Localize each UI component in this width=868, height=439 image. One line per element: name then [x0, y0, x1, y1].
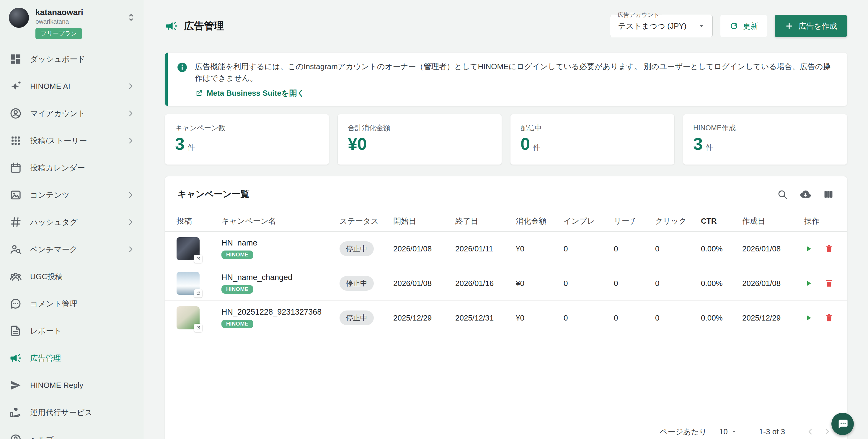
- help-icon: [9, 433, 22, 439]
- column-header: ステータス: [340, 216, 393, 226]
- create-ad-button[interactable]: 広告を作成: [775, 15, 847, 37]
- person-search-icon: [9, 243, 22, 256]
- stat-value: 0: [521, 135, 530, 153]
- info-alert-text: 広告機能を利用するには、このInstagramアカウントのオーナー（管理者）とし…: [195, 61, 835, 84]
- chevron-right-icon: [126, 191, 135, 199]
- delete-button[interactable]: [824, 279, 834, 288]
- refresh-button[interactable]: 更新: [720, 15, 767, 37]
- delete-button[interactable]: [824, 244, 834, 254]
- plus-icon: [785, 22, 794, 30]
- sidebar-item-label: UGC投稿: [30, 271, 63, 282]
- person-icon: [9, 107, 22, 120]
- column-header: 開始日: [393, 216, 455, 226]
- column-header: 操作: [804, 216, 847, 226]
- hinome-chip: HINOME: [221, 320, 253, 328]
- post-thumbnail[interactable]: [177, 306, 199, 329]
- play-button[interactable]: [804, 314, 813, 322]
- header-actions: 広告アカウント テストまつつ (JPY) 更新 広告を作成: [610, 15, 847, 37]
- sidebar-item-my-account[interactable]: マイアカウント: [0, 100, 144, 127]
- page-header: 広告管理 広告アカウント テストまつつ (JPY) 更新 広告を作成: [165, 13, 847, 38]
- start-date: 2026/01/08: [393, 279, 455, 288]
- chat-fab[interactable]: [831, 413, 854, 435]
- sidebar-item-benchmark[interactable]: ベンチマーク: [0, 236, 144, 263]
- clicks: 0: [655, 279, 701, 288]
- sidebar-item-contents[interactable]: コンテンツ: [0, 181, 144, 209]
- stat-value: 3: [175, 135, 185, 153]
- column-header: CTR: [701, 216, 742, 226]
- table-row: HN_name_changedHINOME 停止中 2026/01/08 202…: [165, 266, 847, 301]
- table-row: HN_nameHINOME 停止中 2026/01/08 2026/01/11 …: [165, 232, 847, 266]
- sidebar-item-posts-stories[interactable]: 投稿/ストーリー: [0, 127, 144, 154]
- megaphone-icon: [9, 352, 22, 364]
- main-content: 広告管理 広告アカウント テストまつつ (JPY) 更新 広告を作成 広告機能を…: [144, 0, 868, 439]
- sidebar-item-hashtag[interactable]: ハッシュタグ: [0, 209, 144, 236]
- reach: 0: [614, 279, 655, 288]
- rows-per-page-value: 10: [719, 427, 728, 436]
- column-header: 終了日: [455, 216, 516, 226]
- sidebar-item-label: ヘルプ: [30, 435, 54, 439]
- stat-label: 合計消化金額: [348, 123, 492, 133]
- sidebar-item-help[interactable]: ヘルプ: [0, 426, 144, 439]
- refresh-button-label: 更新: [743, 21, 758, 31]
- external-link-icon[interactable]: [194, 255, 202, 263]
- post-thumbnail[interactable]: [177, 237, 199, 260]
- created-date: 2026/01/08: [742, 279, 804, 288]
- user-handle: owarikatana: [35, 18, 126, 25]
- chevron-down-icon: [697, 22, 706, 30]
- pagination-prev-button[interactable]: [802, 423, 819, 439]
- sidebar-item-ad-management[interactable]: 広告管理: [0, 345, 144, 372]
- sidebar-item-agency-service[interactable]: 運用代行サービス: [0, 399, 144, 426]
- pagination: ページあたり 10 1-3 of 3: [660, 422, 835, 439]
- sidebar-item-label: ベンチマーク: [30, 244, 78, 255]
- start-date: 2025/12/29: [393, 314, 455, 323]
- campaign-table-header: キャンペーン一覧: [165, 176, 847, 211]
- meta-business-suite-link[interactable]: Meta Business Suiteを開く: [195, 88, 835, 98]
- user-name: katanaowari: [35, 8, 126, 17]
- sidebar-item-comment-management[interactable]: コメント管理: [0, 290, 144, 317]
- delete-button[interactable]: [824, 313, 834, 323]
- sidebar-item-hinome-reply[interactable]: HINOME Reply: [0, 372, 144, 399]
- stat-label: HINOME作成: [693, 123, 837, 133]
- unfold-icon[interactable]: [126, 12, 136, 23]
- sidebar-item-label: ハッシュタグ: [30, 217, 78, 228]
- sidebar: katanaowari owarikatana フリープラン ダッシュボード H…: [0, 0, 144, 439]
- impressions: 0: [564, 244, 614, 254]
- clicks: 0: [655, 244, 701, 254]
- refresh-icon: [729, 21, 739, 31]
- sidebar-item-ugc-posts[interactable]: UGC投稿: [0, 263, 144, 290]
- status-badge: 停止中: [340, 276, 374, 291]
- post-thumbnail[interactable]: [177, 272, 199, 295]
- column-header: 作成日: [742, 216, 804, 226]
- stat-label: キャンペーン数: [175, 123, 319, 133]
- stat-card-campaign-count: キャンペーン数 3件: [165, 114, 329, 165]
- table-column-headers: 投稿 キャンペーン名 ステータス 開始日 終了日 消化金額 インプレ リーチ ク…: [165, 211, 847, 232]
- sidebar-item-label: HINOME AI: [30, 82, 70, 91]
- ad-account-select[interactable]: 広告アカウント テストまつつ (JPY): [610, 15, 713, 37]
- columns-icon[interactable]: [823, 189, 834, 200]
- sidebar-item-label: 運用代行サービス: [30, 407, 92, 418]
- stat-value: ¥0: [348, 135, 367, 153]
- download-icon[interactable]: [800, 189, 811, 200]
- service-icon: [9, 406, 22, 419]
- search-icon[interactable]: [777, 189, 788, 200]
- rows-per-page-select[interactable]: 10: [719, 427, 738, 436]
- external-link-icon[interactable]: [194, 289, 202, 297]
- stat-card-total-spend: 合計消化金額 ¥0: [338, 114, 502, 165]
- sidebar-item-dashboard[interactable]: ダッシュボード: [0, 46, 144, 73]
- sidebar-item-post-calendar[interactable]: 投稿カレンダー: [0, 154, 144, 181]
- info-alert-body: 広告機能を利用するには、このInstagramアカウントのオーナー（管理者）とし…: [195, 61, 835, 98]
- create-ad-button-label: 広告を作成: [798, 21, 837, 31]
- reach: 0: [614, 314, 655, 323]
- send-icon: [9, 379, 22, 391]
- stat-card-active: 配信中 0件: [510, 114, 674, 165]
- avatar[interactable]: [9, 8, 29, 28]
- info-alert: 広告機能を利用するには、このInstagramアカウントのオーナー（管理者）とし…: [165, 53, 847, 106]
- ctr: 0.00%: [701, 314, 742, 323]
- sidebar-item-hinome-ai[interactable]: HINOME AI: [0, 73, 144, 100]
- info-icon: [177, 62, 188, 73]
- sidebar-item-report[interactable]: レポート: [0, 317, 144, 345]
- play-button[interactable]: [804, 244, 813, 253]
- sidebar-nav: ダッシュボード HINOME AI マイアカウント 投稿/ストーリー 投稿カレン…: [0, 46, 144, 439]
- play-button[interactable]: [804, 279, 813, 288]
- external-link-icon[interactable]: [194, 324, 202, 332]
